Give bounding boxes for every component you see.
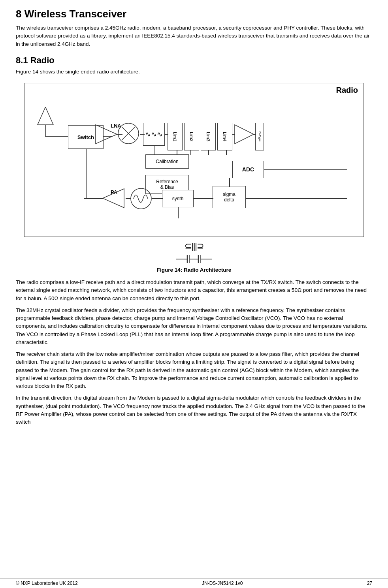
figure-label: Figure 14: Radio Architecture bbox=[16, 267, 372, 273]
radio-diagram: Radio Switch LNA ∿∿∿ Lim1 Lim2 bbox=[24, 83, 364, 237]
synth-block: synth bbox=[162, 190, 194, 207]
adc-block: ADC bbox=[232, 161, 264, 178]
filter-block: ∿∿∿ bbox=[143, 123, 165, 146]
antenna-symbol bbox=[36, 107, 55, 143]
paragraph-1: The radio comprises a low-IF receive pat… bbox=[16, 278, 372, 302]
paragraph-3: The receiver chain starts with the low n… bbox=[16, 350, 372, 390]
svg-marker-7 bbox=[103, 189, 124, 208]
sigma-delta-block: sigma delta bbox=[213, 186, 246, 208]
section-title: 8 Wireless Transceiver bbox=[16, 8, 372, 20]
footer-left: © NXP Laboratories UK 2012 bbox=[16, 580, 78, 586]
lna-amp bbox=[95, 124, 119, 145]
subsection-intro: Figure 14 shows the single ended radio a… bbox=[16, 68, 372, 76]
subsection-title: 8.1 Radio bbox=[16, 55, 372, 66]
paragraph-2: The 32MHz crystal oscillator feeds a div… bbox=[16, 306, 372, 346]
svg-marker-5 bbox=[96, 125, 117, 144]
paragraph-4: In the transmit direction, the digital s… bbox=[16, 394, 372, 426]
diagram-title: Radio bbox=[336, 86, 358, 95]
svg-marker-6 bbox=[235, 125, 254, 144]
crystal-battery bbox=[176, 254, 212, 265]
dtype-block: D-Type bbox=[255, 123, 264, 150]
tx-mixer bbox=[130, 188, 152, 210]
pa-amp bbox=[102, 188, 126, 209]
lim2-block: Lim2 bbox=[184, 123, 199, 150]
calibration-block: Calibration bbox=[145, 154, 189, 169]
section-intro: The wireless transceiver comprises a 2.4… bbox=[16, 24, 372, 48]
svg-point-8 bbox=[131, 188, 151, 209]
footer-center: JN-DS-JN5142 1v0 bbox=[202, 580, 243, 586]
svg-marker-0 bbox=[38, 107, 53, 125]
lim3-block: Lim3 bbox=[201, 123, 216, 150]
footer: © NXP Laboratories UK 2012 JN-DS-JN5142 … bbox=[0, 578, 388, 588]
lim4-block: Lim4 bbox=[217, 123, 232, 150]
rx-amp bbox=[234, 124, 254, 145]
lim1-block: Lim1 bbox=[168, 123, 183, 150]
footer-right: 27 bbox=[367, 580, 372, 586]
crystal-symbol: ⊆|||⊇ bbox=[185, 241, 203, 252]
